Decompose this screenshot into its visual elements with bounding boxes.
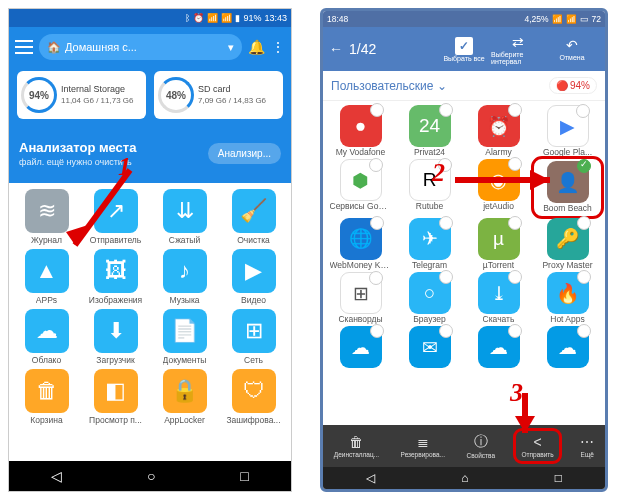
storage-internal[interactable]: 94% Internal Storage 11,04 G6 / 11,73 G6 <box>17 71 146 119</box>
filter-dropdown[interactable]: Пользовательские ⌄ <box>331 79 447 93</box>
nav-back-icon[interactable]: ◁ <box>51 468 62 484</box>
app-icon: ✈ <box>409 218 451 260</box>
check-circle <box>508 324 522 338</box>
app-icon: ⇊ <box>163 189 207 233</box>
nav-home-icon[interactable]: ○ <box>147 468 155 484</box>
home-icon: 🏠 <box>47 41 61 54</box>
app-item[interactable]: ☁ <box>465 326 532 369</box>
action-ещ-[interactable]: ⋯Ещё <box>580 434 594 458</box>
app-label: Сеть <box>244 355 263 365</box>
app-item[interactable]: ⇊Сжатый <box>151 189 218 245</box>
back-icon[interactable]: ← <box>329 41 343 57</box>
cancel-button[interactable]: ↶ Отмена <box>545 37 599 61</box>
app-item[interactable]: ▲APPs <box>13 249 80 305</box>
action-отправить[interactable]: <Отправить <box>516 431 558 461</box>
app-icon: ⤓ <box>478 272 520 314</box>
app-item[interactable]: ◉jetAudio <box>465 159 532 215</box>
app-icon: ⊞ <box>340 272 382 314</box>
nav-home-icon[interactable]: ⌂ <box>461 471 468 485</box>
app-item[interactable]: ▶Видео <box>220 249 287 305</box>
app-item[interactable]: 🗑Корзина <box>13 369 80 425</box>
android-navbar: ◁ ⌂ □ <box>323 467 605 489</box>
app-item[interactable]: ⊞Сканворды <box>327 272 394 324</box>
select-interval-button[interactable]: ⇄ Выберите интервал <box>491 34 545 65</box>
app-icon: ≋ <box>25 189 69 233</box>
analyzer-panel: Анализатор места файл. ещё нужно очистит… <box>9 123 291 183</box>
app-item[interactable]: ⏰Alarmy <box>465 105 532 157</box>
app-item[interactable]: ☁ <box>327 326 394 369</box>
app-item[interactable]: ⤓Скачать <box>465 272 532 324</box>
app-item[interactable]: 🔑Proxy Master <box>534 218 601 270</box>
phone-left: ᛒ ⏰ 📶 📶 ▮ 91% 13:43 🏠 Домашняя с... ▾ 🔔 … <box>8 8 292 492</box>
app-item[interactable]: 24Privat24 <box>396 105 463 157</box>
app-label: Google Pla... <box>543 148 592 157</box>
app-icon: 📄 <box>163 309 207 353</box>
app-icon: 24 <box>409 105 451 147</box>
signal-icon: 📶 <box>552 14 563 24</box>
check-circle <box>438 158 452 172</box>
action-деинсталлац-[interactable]: 🗑Деинсталлац... <box>334 434 379 458</box>
app-label: Сервисы Google <box>330 202 392 211</box>
action-свойства[interactable]: ⓘСвойства <box>466 433 495 459</box>
app-item[interactable]: ♪Музыка <box>151 249 218 305</box>
app-item[interactable]: ✈Telegram <box>396 218 463 270</box>
app-item[interactable]: ✉ <box>396 326 463 369</box>
app-item[interactable]: ○Браузер <box>396 272 463 324</box>
app-icon: ♪ <box>163 249 207 293</box>
app-icon: µ <box>478 218 520 260</box>
action-резервирова-[interactable]: ≣Резервирова... <box>401 434 445 458</box>
app-item[interactable]: ⬢Сервисы Google <box>327 159 394 215</box>
app-item[interactable]: ↗Отправитель <box>82 189 149 245</box>
app-label: Rutube <box>416 202 443 211</box>
check-circle <box>508 157 522 171</box>
app-label: Документы <box>163 355 207 365</box>
app-icon: 🖼 <box>94 249 138 293</box>
app-item[interactable]: 🌐WebMoney Keeper <box>327 218 394 270</box>
app-item[interactable]: µµTorrent <box>465 218 532 270</box>
select-all-button[interactable]: ✓ Выбрать все <box>437 37 491 62</box>
action-label: Отправить <box>521 451 553 458</box>
selection-bar: ← 1/42 ✓ Выбрать все ⇄ Выберите интервал… <box>323 27 605 71</box>
wifi-icon: 📶 <box>207 13 218 23</box>
battery-num: 72 <box>592 14 601 24</box>
storage-sd[interactable]: 48% SD card 7,09 G6 / 14,83 G6 <box>154 71 283 119</box>
battery-icon: ▭ <box>580 14 589 24</box>
app-icon: 🔑 <box>547 218 589 260</box>
alarm-icon: ⏰ <box>193 13 204 23</box>
app-item[interactable]: 🛡Зашифрова... <box>220 369 287 425</box>
nav-back-icon[interactable]: ◁ <box>366 471 375 485</box>
usage-badge[interactable]: 🔴 94% <box>549 77 597 94</box>
app-item[interactable]: 🖼Изображения <box>82 249 149 305</box>
app-item[interactable]: ◧Просмотр п... <box>82 369 149 425</box>
bottom-action-bar: 🗑Деинсталлац...≣Резервирова...ⓘСвойства<… <box>323 425 605 467</box>
breadcrumb[interactable]: 🏠 Домашняя с... ▾ <box>39 34 242 60</box>
app-item[interactable]: ≋Журнал <box>13 189 80 245</box>
app-item[interactable]: ⬇Загрузчик <box>82 309 149 365</box>
app-icon: R <box>409 159 451 201</box>
analyze-button[interactable]: Анализир... <box>208 143 281 164</box>
app-item[interactable]: ☁ <box>534 326 601 369</box>
filter-bar: Пользовательские ⌄ 🔴 94% <box>323 71 605 101</box>
app-item[interactable]: 🧹Очистка <box>220 189 287 245</box>
app-item[interactable]: 👤Boom Beach <box>534 159 601 215</box>
app-item[interactable]: ●My Vodafone <box>327 105 394 157</box>
menu-icon[interactable] <box>15 40 33 54</box>
app-icon: ☁ <box>340 326 382 368</box>
app-item[interactable]: 📄Документы <box>151 309 218 365</box>
more-icon[interactable]: ⋮ <box>271 39 285 55</box>
app-label: Telegram <box>412 261 447 270</box>
nav-recent-icon[interactable]: □ <box>555 471 562 485</box>
app-label: Браузер <box>413 315 445 324</box>
app-item[interactable]: RRutube <box>396 159 463 215</box>
app-item[interactable]: 🔥Hot Apps <box>534 272 601 324</box>
app-item[interactable]: ☁Облако <box>13 309 80 365</box>
app-label: Скачать <box>483 315 515 324</box>
app-label: jetAudio <box>483 202 514 211</box>
nav-recent-icon[interactable]: □ <box>240 468 248 484</box>
app-item[interactable]: 🔒AppLocker <box>151 369 218 425</box>
app-icon: ⏰ <box>478 105 520 147</box>
app-item[interactable]: ⊞Сеть <box>220 309 287 365</box>
app-item[interactable]: ▶Google Pla... <box>534 105 601 157</box>
bell-icon[interactable]: 🔔 <box>248 39 265 55</box>
status-bar: 18:48 4,25% 📶 📶 ▭ 72 <box>323 11 605 27</box>
